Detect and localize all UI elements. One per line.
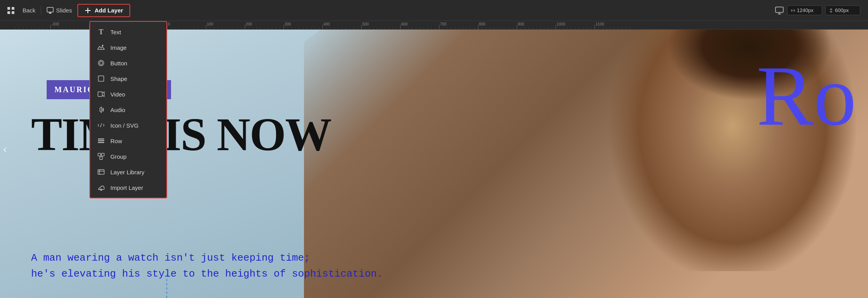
svg-rect-4	[47, 7, 53, 12]
height-value: 600px	[835, 7, 849, 13]
svg-rect-15	[98, 76, 104, 81]
import-layer-icon	[97, 184, 105, 191]
subtext-line1: A man wearing a watch isn't just keeping…	[31, 250, 383, 266]
menu-item-group[interactable]: Group	[90, 149, 166, 164]
audio-icon	[97, 106, 105, 114]
slides-button[interactable]: Slides	[43, 5, 76, 16]
left-arrow[interactable]: ‹	[3, 142, 7, 156]
menu-item-import-layer[interactable]: Import Layer	[90, 180, 166, 195]
svg-rect-0	[7, 7, 10, 10]
add-layer-label: Add Layer	[94, 7, 123, 14]
svg-point-14	[100, 61, 103, 65]
layer-library-icon	[97, 168, 105, 176]
subtext-line2: he's elevating his style to the heights …	[31, 266, 383, 282]
svg-marker-11	[98, 46, 105, 49]
svg-rect-8	[775, 7, 783, 12]
svg-rect-17	[98, 138, 104, 140]
menu-item-video[interactable]: Video	[90, 86, 166, 102]
image-icon	[97, 44, 105, 51]
menu-item-audio[interactable]: Audio	[90, 102, 166, 117]
svg-rect-18	[98, 140, 104, 142]
shape-icon	[97, 75, 105, 82]
width-input[interactable]: 1240px	[787, 5, 822, 15]
text-icon: T	[97, 28, 105, 36]
grid-icon[interactable]	[3, 3, 19, 18]
main-heading: TIME IS NOW	[31, 111, 331, 158]
menu-item-text[interactable]: T Text	[90, 24, 166, 40]
subtext: A man wearing a watch isn't just keeping…	[31, 250, 383, 282]
ro-text: Ro	[756, 53, 856, 138]
menu-item-image[interactable]: Image	[90, 40, 166, 55]
menu-item-icon-svg[interactable]: Icon / SVG	[90, 117, 166, 133]
menu-item-audio-label: Audio	[110, 107, 125, 113]
svg-rect-2	[7, 11, 10, 14]
menu-item-row[interactable]: Row	[90, 133, 166, 149]
svg-point-12	[102, 45, 103, 46]
svg-rect-1	[12, 7, 14, 10]
svg-rect-23	[98, 170, 104, 174]
menu-item-button-label: Button	[110, 60, 127, 67]
add-layer-dropdown: T Text Image Button Shape	[89, 21, 167, 198]
svg-point-13	[98, 60, 104, 66]
svg-rect-5	[49, 12, 51, 14]
row-icon	[97, 137, 105, 145]
toolbar: Back Slides Add Layer	[0, 0, 868, 21]
back-label: Back	[23, 7, 35, 14]
svg-rect-19	[98, 142, 104, 143]
menu-item-layer-library-label: Layer Library	[110, 169, 145, 175]
menu-item-icon-svg-label: Icon / SVG	[110, 122, 139, 129]
slides-label: Slides	[56, 7, 72, 14]
menu-item-group-label: Group	[110, 153, 127, 160]
svg-icon	[97, 121, 105, 129]
monitor-icon[interactable]	[775, 5, 784, 15]
menu-item-video-label: Video	[110, 91, 125, 98]
toolbar-right: 1240px 600px	[775, 5, 868, 15]
svg-rect-21	[101, 153, 104, 156]
toolbar-divider	[41, 6, 41, 15]
video-icon	[97, 90, 105, 98]
svg-rect-22	[100, 157, 103, 160]
add-layer-button[interactable]: Add Layer	[77, 4, 130, 17]
menu-item-text-label: Text	[110, 29, 121, 35]
svg-rect-20	[98, 153, 101, 156]
group-icon	[97, 153, 105, 160]
menu-item-layer-library[interactable]: Layer Library	[90, 164, 166, 180]
menu-item-import-layer-label: Import Layer	[110, 184, 143, 191]
svg-rect-7	[87, 8, 88, 13]
menu-item-shape[interactable]: Shape	[90, 71, 166, 86]
width-value: 1240px	[797, 7, 814, 13]
back-button[interactable]: Back	[19, 5, 39, 16]
button-icon	[97, 59, 105, 67]
menu-item-shape-label: Shape	[110, 75, 127, 82]
svg-rect-3	[12, 11, 14, 14]
menu-item-button[interactable]: Button	[90, 55, 166, 71]
height-input[interactable]: 600px	[825, 5, 860, 15]
svg-rect-16	[98, 92, 102, 96]
menu-item-image-label: Image	[110, 44, 127, 51]
menu-item-row-label: Row	[110, 138, 122, 144]
